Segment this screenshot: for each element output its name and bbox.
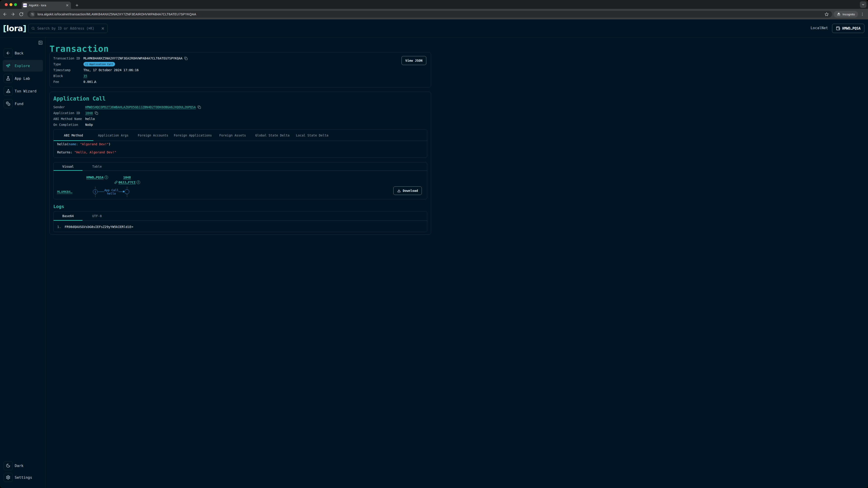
field-label: Type bbox=[53, 62, 84, 66]
sidebar-item-fund[interactable]: Fund bbox=[3, 98, 43, 109]
site-settings-icon[interactable] bbox=[30, 11, 35, 17]
logo-bracket-close: ] bbox=[23, 24, 26, 33]
field-label: ABI Method Name bbox=[53, 117, 85, 121]
field-value: MLAMKB4ANXZ5NA2XY7ZNF3EAIROHVWPAB4A7CLT6… bbox=[84, 57, 188, 60]
arrow-left-icon bbox=[4, 48, 13, 58]
coins-icon bbox=[4, 99, 13, 108]
log-entry: 1. FR98dQAUSGVsbG8sIEFsZ29yYW5kIERldiE= bbox=[54, 221, 427, 232]
graph-dash bbox=[127, 194, 127, 197]
copy-icon[interactable] bbox=[197, 105, 201, 109]
tab-base64[interactable]: Base64 bbox=[54, 212, 83, 221]
browser-tabstrip: [ak] AlgoKit - lora bbox=[0, 0, 434, 9]
tab-application-args[interactable]: Application Args bbox=[93, 130, 133, 141]
sidebar: Back Explore App Lab bbox=[0, 37, 45, 244]
tab-local-state-delta[interactable]: Local State Delta bbox=[292, 130, 332, 141]
sidebar-item-label: Back bbox=[15, 51, 24, 55]
graph-app-account-link[interactable]: 06JJ…F7CI bbox=[119, 181, 135, 184]
edge-label-line1: App Call bbox=[104, 188, 119, 192]
abi-fn: hello( bbox=[57, 142, 69, 146]
tab-utf8[interactable]: UTF-8 bbox=[83, 212, 112, 221]
link-icon bbox=[114, 181, 118, 184]
field-label: Transaction ID bbox=[53, 57, 84, 60]
sidebar-item-explore[interactable]: Explore bbox=[3, 60, 43, 72]
transaction-visual-box: Visual Table HMWD…PQSA 1 1048 bbox=[53, 162, 427, 199]
field-label: On Completion bbox=[53, 123, 85, 127]
badge-label: Application Call bbox=[89, 63, 113, 66]
tab-close-icon[interactable] bbox=[65, 3, 69, 7]
view-json-button[interactable]: View JSON bbox=[401, 56, 426, 65]
graph-column-header-application: 1048 bbox=[123, 175, 131, 179]
search-input[interactable]: Search by ID or Address (⌘K) bbox=[28, 24, 107, 33]
abi-arg-value: "Algorand Dev!" bbox=[80, 142, 108, 146]
tab-title: AlgoKit - lora bbox=[29, 4, 65, 7]
abi-returns-line: Returns: "Hello, Algorand Dev!" bbox=[57, 149, 423, 155]
logs-title: Logs bbox=[53, 204, 427, 209]
graph-column-header-account: HMWD…PQSA 1 bbox=[86, 175, 108, 179]
field-label: Fee bbox=[53, 80, 84, 84]
copy-icon[interactable] bbox=[95, 111, 98, 115]
sidebar-collapse-icon[interactable] bbox=[38, 40, 43, 45]
download-button[interactable]: Download bbox=[393, 186, 422, 195]
tab-visual[interactable]: Visual bbox=[54, 162, 83, 170]
application-id-link[interactable]: 1048 bbox=[85, 111, 93, 115]
flask-icon bbox=[4, 74, 13, 83]
sidebar-item-txn-wizard[interactable]: Txn Wizard bbox=[3, 85, 43, 97]
tab-list: Visual Table bbox=[54, 162, 427, 171]
transaction-summary-card: Transaction ID MLAMKB4ANXZ5NA2XY7ZNF3EAI… bbox=[50, 52, 431, 88]
minimize-window-button[interactable] bbox=[9, 3, 12, 6]
sidebar-item-label: Explore bbox=[15, 64, 30, 68]
abi-fn-close: ) bbox=[109, 142, 111, 146]
sidebar-item-app-lab[interactable]: App Lab bbox=[3, 72, 43, 84]
sidebar-item-back[interactable]: Back bbox=[3, 47, 43, 59]
lora-logo[interactable]: [lora] bbox=[3, 24, 26, 33]
close-window-button[interactable] bbox=[5, 3, 8, 6]
browser-reload-icon[interactable] bbox=[19, 12, 24, 17]
field-value: 1048 bbox=[85, 111, 98, 115]
sidebar-item-label: Txn Wizard bbox=[15, 89, 36, 93]
browser-toolbar: lora.algokit.io/localnet/transaction/MLA… bbox=[0, 9, 434, 20]
tab-global-state-delta[interactable]: Global State Delta bbox=[252, 130, 292, 141]
abi-returns-value: "Hello, Algorand Dev!" bbox=[74, 151, 116, 154]
field-value: hello bbox=[85, 117, 95, 121]
graph-transaction-link[interactable]: MLAMKB4… bbox=[57, 190, 72, 194]
browser-window: [ak] AlgoKit - lora lora.algokit.io/loca bbox=[0, 0, 434, 244]
page-title: Transaction bbox=[50, 44, 109, 53]
search-clear-icon[interactable] bbox=[101, 27, 105, 30]
graph-account-number: 1 bbox=[104, 175, 108, 179]
tab-foreign-accounts[interactable]: Foreign Accounts bbox=[133, 130, 173, 141]
url-bar[interactable]: lora.algokit.io/localnet/transaction/MLA… bbox=[27, 11, 434, 18]
transaction-id-value: MLAMKB4ANXZ5NA2XY7ZNF3EAIROHVWPAB4A7CLT6… bbox=[84, 57, 182, 60]
browser-forward-icon[interactable] bbox=[11, 12, 15, 17]
download-label: Download bbox=[403, 189, 418, 193]
transaction-graph: HMWD…PQSA 1 1048 06JJ…F7CI bbox=[54, 170, 427, 199]
block-link[interactable]: 35 bbox=[84, 74, 87, 78]
fee-value: 0.001 bbox=[84, 80, 93, 84]
abi-returns-label: Returns: bbox=[57, 151, 72, 154]
abi-signature-line: hello(name: "Algorand Dev!") bbox=[57, 141, 423, 147]
search-icon bbox=[31, 26, 35, 30]
tab-foreign-applications[interactable]: Foreign Applications bbox=[173, 130, 213, 141]
graph-dash bbox=[95, 194, 96, 197]
tab-table[interactable]: Table bbox=[83, 162, 112, 170]
graph-application-link[interactable]: 1048 bbox=[123, 175, 131, 179]
application-call-body: Application Call Sender HMWDSHQCOPD2T36W… bbox=[50, 92, 431, 236]
abi-method-content: hello(name: "Algorand Dev!") Returns: "H… bbox=[54, 141, 427, 158]
tab-list: ABI Method Application Args Foreign Acco… bbox=[54, 130, 427, 141]
browser-back-icon[interactable] bbox=[3, 12, 7, 17]
sidebar-item-label: App Lab bbox=[15, 76, 30, 80]
logo-bracket-open: [ bbox=[3, 24, 6, 33]
abi-arg-name: name: bbox=[69, 142, 78, 146]
zoom-window-button[interactable] bbox=[14, 3, 17, 6]
field-label: Application ID bbox=[53, 111, 85, 115]
application-call-title: Application Call bbox=[53, 96, 427, 102]
new-tab-button[interactable] bbox=[75, 3, 79, 7]
graph-account-link[interactable]: HMWD…PQSA bbox=[86, 175, 103, 179]
telescope-icon bbox=[4, 61, 13, 70]
graph-app-account-number: 2 bbox=[136, 181, 140, 184]
tab-abi-method[interactable]: ABI Method bbox=[54, 130, 93, 141]
browser-tab[interactable]: [ak] AlgoKit - lora bbox=[22, 2, 71, 9]
tab-favicon: [ak] bbox=[23, 3, 27, 7]
copy-icon[interactable] bbox=[184, 57, 188, 60]
tab-foreign-assets[interactable]: Foreign Assets bbox=[213, 130, 252, 141]
sender-link[interactable]: HMWDSHQCOPD2T36WBAHLAZ6PO5GDJJZBN4D2TODK… bbox=[85, 105, 196, 109]
